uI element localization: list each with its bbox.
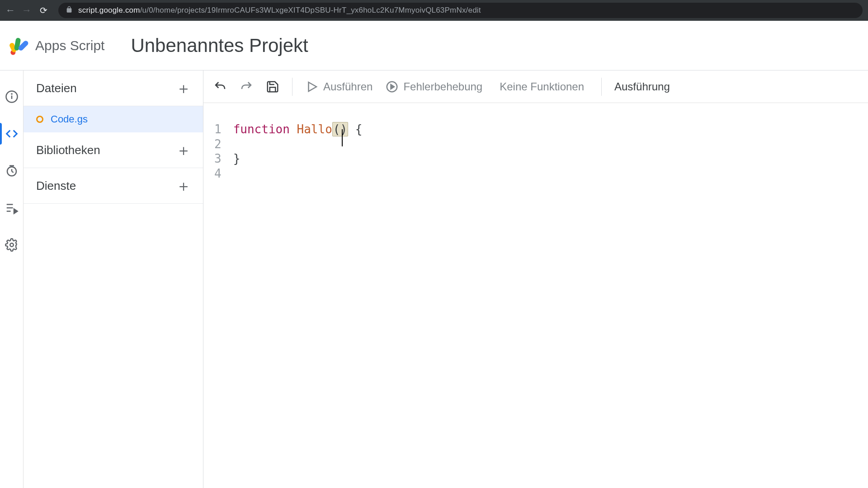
rail-editor[interactable]: [4, 126, 20, 142]
line-number: 4: [214, 166, 222, 181]
play-icon: [305, 80, 319, 94]
svg-marker-14: [14, 209, 18, 214]
browser-chrome: ← → ⟳ script.google.com/u/0/home/project…: [0, 0, 868, 21]
separator: [292, 78, 292, 96]
address-bar[interactable]: script.google.com/u/0/home/projects/19Ir…: [58, 3, 863, 18]
code-icon: [5, 127, 19, 141]
file-name: Code.gs: [51, 113, 88, 125]
code-line: }: [233, 151, 363, 166]
editor-area: Ausführen Fehlerbehebung Keine Funktione…: [203, 70, 868, 488]
svg-marker-18: [391, 84, 395, 89]
section-label: Dateien: [36, 81, 77, 95]
run-button[interactable]: Ausführen: [305, 80, 373, 94]
executions-icon: [5, 201, 19, 215]
redo-button[interactable]: [240, 80, 253, 94]
debug-button[interactable]: Fehlerbehebung: [385, 80, 482, 94]
separator: [601, 78, 602, 96]
debug-label: Fehlerbehebung: [403, 80, 482, 93]
add-library-button[interactable]: ＋: [176, 142, 191, 158]
sidebar-section-files: Dateien ＋: [24, 70, 203, 106]
rail-settings[interactable]: [4, 237, 20, 253]
url-text: script.google.com/u/0/home/projects/19Ir…: [78, 6, 481, 15]
svg-marker-16: [309, 82, 317, 91]
apps-script-logo-icon: [8, 34, 32, 57]
svg-line-9: [12, 171, 14, 173]
app-logo[interactable]: Apps Script: [8, 34, 104, 57]
rail-executions[interactable]: [4, 200, 20, 216]
line-number: 3: [214, 151, 222, 166]
left-rail: [0, 70, 24, 488]
redo-icon: [240, 80, 253, 94]
project-title[interactable]: Unbenanntes Projekt: [131, 35, 308, 56]
code-content[interactable]: function Hallo() { }: [233, 122, 363, 488]
function-selector[interactable]: Keine Funktionen: [495, 80, 589, 93]
code-line: function Hallo() {: [233, 122, 363, 137]
editor-toolbar: Ausführen Fehlerbehebung Keine Funktione…: [203, 70, 868, 103]
line-number: 2: [214, 137, 222, 152]
rail-overview[interactable]: [4, 89, 20, 105]
reload-button[interactable]: ⟳: [40, 5, 47, 16]
undo-button[interactable]: [213, 80, 227, 94]
code-line: [233, 166, 363, 181]
save-icon: [266, 80, 279, 94]
file-item[interactable]: Code.gs: [24, 106, 203, 132]
sidebar-section-libraries: Bibliotheken ＋: [24, 132, 203, 168]
section-label: Dienste: [36, 179, 76, 193]
text-cursor: [342, 129, 343, 146]
line-number: 1: [214, 122, 222, 137]
unsaved-indicator-icon: [36, 116, 43, 123]
clock-icon: [5, 164, 19, 178]
debug-icon: [385, 80, 399, 94]
sidebar: Dateien ＋ Code.gs Bibliotheken ＋ Dienste…: [24, 70, 203, 488]
execution-log-button[interactable]: Ausführung: [614, 80, 670, 93]
svg-point-6: [11, 94, 12, 94]
svg-point-15: [10, 243, 14, 247]
sidebar-section-services: Dienste ＋: [24, 168, 203, 204]
info-icon: [5, 90, 19, 103]
rail-triggers[interactable]: [4, 163, 20, 179]
save-button[interactable]: [266, 80, 279, 94]
app-header: Apps Script Unbenanntes Projekt: [0, 21, 868, 70]
code-line: [233, 137, 363, 152]
gear-icon: [5, 238, 19, 252]
run-label: Ausführen: [323, 80, 373, 93]
app-name: Apps Script: [35, 38, 104, 53]
forward-button[interactable]: →: [22, 5, 32, 16]
section-label: Bibliotheken: [36, 143, 100, 157]
line-gutter: 1 2 3 4: [214, 122, 233, 488]
lock-icon: [66, 6, 73, 15]
code-editor[interactable]: 1 2 3 4 function Hallo() { }: [203, 103, 868, 488]
back-button[interactable]: ←: [5, 5, 15, 16]
add-file-button[interactable]: ＋: [176, 80, 191, 96]
undo-icon: [213, 80, 227, 94]
add-service-button[interactable]: ＋: [176, 178, 191, 193]
